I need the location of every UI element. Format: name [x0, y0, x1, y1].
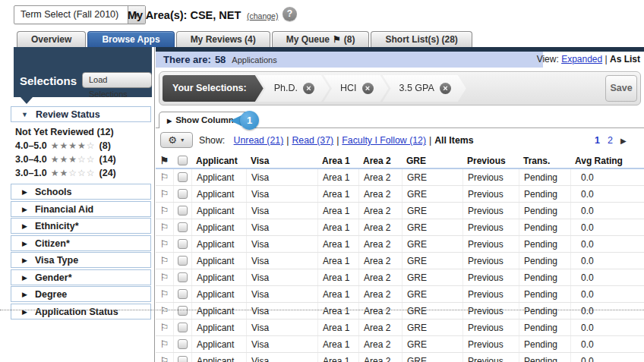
column-header-area-1[interactable]: Area 1	[317, 153, 358, 168]
row-checkbox[interactable]	[178, 289, 188, 299]
flag-outline-icon[interactable]: ⚐	[160, 305, 169, 316]
row-flag-icon[interactable]: ⚐	[156, 203, 173, 219]
column-header-previous[interactable]: Previous	[462, 153, 519, 168]
table-row[interactable]: ⚐ApplicantVisaArea 1Area 2GREPreviousPen…	[156, 236, 644, 253]
column-header-avg-rating[interactable]: Avg Rating	[570, 153, 644, 168]
review-filter-item[interactable]: 3.0–4.0★★★☆☆(14)	[11, 153, 155, 166]
flag-outline-icon[interactable]: ⚐	[160, 255, 169, 266]
star-empty-icons: ☆☆	[77, 154, 96, 165]
review-filter-item[interactable]: 4.0–5.0★★★★☆(8)	[11, 139, 155, 153]
sidebar-item-financial-aid[interactable]: ▶Financial Aid	[11, 201, 151, 217]
flag-outline-icon[interactable]: ⚐	[160, 188, 169, 200]
flag-outline-icon[interactable]: ⚐	[160, 172, 169, 183]
row-checkbox[interactable]	[178, 189, 188, 199]
column-header-applicant[interactable]: Applicant	[191, 153, 246, 168]
flag-outline-icon[interactable]: ⚐	[160, 222, 169, 233]
sidebar-item-visa-type[interactable]: ▶Visa Type	[11, 252, 151, 268]
table-row[interactable]: ⚐ApplicantVisaArea 1Area 2GREPreviousPen…	[156, 253, 644, 269]
load-selections-button[interactable]: Load Selections	[82, 72, 152, 88]
tab-short-list-s-28[interactable]: Short List(s) (28)	[371, 31, 472, 47]
row-checkbox-cell	[173, 336, 191, 352]
change-areas-link[interactable]: (change)	[247, 11, 278, 20]
tab-my-reviews-4[interactable]: My Reviews (4)	[176, 31, 270, 47]
tab-browse-apps[interactable]: Browse Apps	[87, 31, 174, 47]
row-flag-icon[interactable]: ⚐	[156, 253, 173, 269]
row-checkbox[interactable]	[178, 339, 188, 349]
review-filter-item[interactable]: 3.0–1.0★★☆☆☆(24)	[11, 166, 155, 180]
row-cell-area-2: Area 2	[358, 203, 402, 219]
table-row[interactable]: ⚐ApplicantVisaArea 1Area 2GREPreviousPen…	[156, 219, 644, 236]
select-all-checkbox[interactable]	[178, 156, 188, 165]
remove-selection-icon[interactable]: ×	[440, 83, 451, 94]
table-row[interactable]: ⚐ApplicantVisaArea 1Area 2GREPreviousPen…	[156, 203, 644, 219]
view-expanded-link[interactable]: Expanded	[561, 54, 602, 65]
sidebar-item-gender[interactable]: ▶Gender*	[11, 269, 151, 285]
column-header-area-2[interactable]: Area 2	[358, 153, 402, 168]
my-areas-label: My Area(s): CSE, NET	[128, 9, 241, 21]
row-checkbox[interactable]	[178, 172, 188, 182]
column-header-visa[interactable]: Visa	[246, 153, 317, 168]
flag-outline-icon[interactable]: ⚐	[160, 272, 169, 283]
sidebar-item-citizen[interactable]: ▶Citizen*	[11, 235, 151, 251]
table-row[interactable]: ⚐ApplicantVisaArea 1Area 2GREPreviousPen…	[156, 169, 644, 186]
row-flag-icon[interactable]: ⚐	[156, 353, 173, 362]
row-flag-icon[interactable]: ⚐	[156, 269, 173, 285]
flag-outline-icon[interactable]: ⚐	[160, 288, 169, 300]
sidebar-item-application-status[interactable]: ▶Application Status	[11, 304, 151, 320]
tab-label: Short List(s) (28)	[385, 32, 457, 47]
row-checkbox[interactable]	[178, 272, 188, 282]
sidebar-item-degree[interactable]: ▶Degree	[11, 286, 151, 302]
row-flag-icon[interactable]: ⚐	[156, 303, 173, 319]
review-filter-item[interactable]: Not Yet Reviewed (12)	[11, 125, 155, 139]
table-row[interactable]: ⚐ApplicantVisaArea 1Area 2GREPreviousPen…	[156, 269, 644, 286]
help-icon[interactable]: ?	[283, 7, 297, 21]
save-button[interactable]: Save	[605, 75, 637, 102]
flag-outline-icon[interactable]: ⚐	[160, 338, 169, 350]
row-flag-icon[interactable]: ⚐	[156, 336, 173, 352]
row-flag-icon[interactable]: ⚐	[156, 169, 173, 185]
sidebar-item-review-status[interactable]: ▼ Review Status	[11, 106, 151, 122]
row-checkbox[interactable]	[178, 306, 188, 316]
filter-unread-21[interactable]: Unread (21)	[234, 135, 284, 146]
page-1[interactable]: 1	[595, 135, 600, 146]
row-flag-icon[interactable]: ⚐	[156, 286, 173, 302]
row-checkbox[interactable]	[178, 323, 188, 332]
settings-dropdown-button[interactable]: ⚙ ▼	[160, 132, 193, 148]
row-checkbox[interactable]	[178, 356, 188, 362]
table-row[interactable]: ⚐ApplicantVisaArea 1Area 2GREPreviousPen…	[156, 286, 644, 303]
row-checkbox[interactable]	[178, 222, 188, 232]
selection-chip-label: HCI	[340, 75, 357, 102]
remove-selection-icon[interactable]: ×	[362, 83, 374, 94]
remove-selection-icon[interactable]: ×	[303, 83, 314, 94]
row-flag-icon[interactable]: ⚐	[156, 320, 173, 335]
column-header-trans[interactable]: Trans.	[519, 153, 570, 168]
row-flag-icon[interactable]: ⚐	[156, 219, 173, 235]
table-row[interactable]: ⚐ApplicantVisaArea 1Area 2GREPreviousPen…	[156, 353, 644, 362]
table-row[interactable]: ⚐ApplicantVisaArea 1Area 2GREPreviousPen…	[156, 320, 644, 336]
filter-faculty-i-follow-12[interactable]: Faculty I Follow (12)	[342, 135, 426, 146]
flag-outline-icon[interactable]: ⚐	[160, 322, 169, 333]
filter-read-37[interactable]: Read (37)	[292, 135, 333, 146]
row-flag-icon[interactable]: ⚐	[156, 236, 173, 252]
flag-outline-icon[interactable]: ⚐	[160, 205, 169, 216]
next-page-icon[interactable]: ▶	[620, 137, 627, 145]
flag-outline-icon[interactable]: ⚐	[160, 238, 169, 250]
row-checkbox[interactable]	[178, 206, 188, 216]
flag-outline-icon[interactable]: ⚐	[160, 355, 169, 362]
table-row[interactable]: ⚐ApplicantVisaArea 1Area 2GREPreviousPen…	[156, 336, 644, 353]
tab-my-queue[interactable]: My Queue⚑(8)	[272, 31, 370, 47]
page-2[interactable]: 2	[608, 135, 613, 146]
row-cell-visa: Visa	[246, 169, 317, 185]
sidebar-item-schools[interactable]: ▶Schools	[11, 184, 151, 200]
table-row[interactable]: ⚐ApplicantVisaArea 1Area 2GREPreviousPen…	[156, 303, 644, 320]
sidebar-item-ethnicity[interactable]: ▶Ethnicity*	[11, 218, 151, 234]
header-flag-icon[interactable]: ⚑	[156, 153, 173, 168]
term-select-dropdown[interactable]: Term Select (Fall 2010) ▼	[14, 5, 146, 24]
row-cell-area-1: Area 1	[317, 336, 358, 352]
table-row[interactable]: ⚐ApplicantVisaArea 1Area 2GREPreviousPen…	[156, 186, 644, 203]
row-checkbox[interactable]	[178, 256, 188, 266]
tab-overview[interactable]: Overview	[17, 31, 86, 47]
row-flag-icon[interactable]: ⚐	[156, 186, 173, 202]
row-checkbox[interactable]	[178, 239, 188, 249]
column-header-gre[interactable]: GRE	[402, 153, 462, 168]
